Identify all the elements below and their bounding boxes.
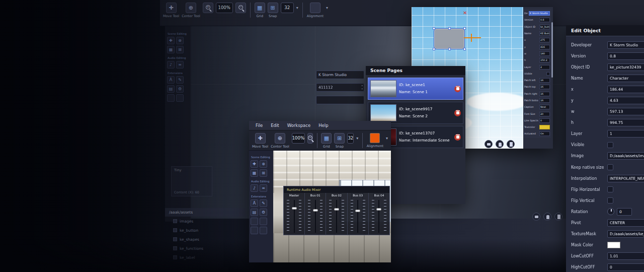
slider-knob[interactable]	[313, 209, 318, 212]
prop-value-field[interactable]: ke_button98	[539, 25, 550, 29]
asset-path-breadcrumb[interactable]: /aaak/assets	[165, 208, 246, 217]
scene-list-item[interactable]: ID: ke_scene1 Name: Scene 1	[368, 78, 463, 100]
prop-value-field[interactable]: 16	[539, 78, 550, 83]
slider-knob[interactable]	[334, 208, 339, 211]
resize-handle[interactable]	[433, 27, 435, 30]
grid-icon[interactable]: ▦	[251, 169, 258, 177]
name-field[interactable]: Character	[607, 75, 644, 82]
zoom-out-button[interactable]: −	[235, 3, 246, 13]
table-icon[interactable]: ▤	[251, 209, 258, 216]
menu-workspace[interactable]: Workspace	[284, 122, 314, 129]
volume-slider[interactable]	[294, 200, 295, 233]
prop-value-field[interactable]: 16	[539, 92, 550, 96]
asset-item-images[interactable]: images	[165, 217, 246, 226]
snap-icon[interactable]: ⊞	[260, 169, 267, 177]
image-path-field[interactable]: D:/aaak/assets/image	[607, 152, 644, 160]
prop-value-field[interactable]: 0	[539, 118, 550, 123]
extension-icon[interactable]	[260, 227, 267, 234]
rotation-value-field[interactable]: 0	[617, 208, 632, 216]
prop-value-field[interactable]: Next	[539, 105, 550, 109]
snap-icon[interactable]: ⊞	[176, 46, 184, 53]
grid-toggle-button[interactable]: ▦	[321, 133, 332, 144]
move-tool-icon[interactable]: ✚	[251, 160, 258, 168]
volume-slider[interactable]	[378, 200, 379, 233]
zoom-in-button[interactable]: +	[203, 3, 213, 13]
move-tool-icon[interactable]: ✚	[167, 37, 175, 44]
zoom-level[interactable]: 100%	[216, 3, 233, 13]
move-tool-button[interactable]: ✚	[166, 3, 177, 13]
extension-icon[interactable]	[251, 218, 258, 225]
lowcutoff-field[interactable]: 1.01	[607, 252, 644, 260]
chevron-down-icon[interactable]: ▾	[296, 3, 298, 13]
prop-value-field[interactable]: 2	[539, 65, 550, 70]
center-tool-icon[interactable]: ⊕	[260, 160, 267, 168]
resize-handle[interactable]	[433, 48, 435, 50]
keep-native-size-checkbox[interactable]	[607, 164, 613, 170]
prop-value-field[interactable]: 16	[539, 85, 550, 89]
speaker-icon[interactable]: ♪	[251, 184, 258, 192]
delete-scene-button[interactable]	[454, 110, 461, 116]
prop-value-field[interactable]: 140	[539, 51, 550, 56]
slider-knob[interactable]	[355, 210, 360, 212]
text-tool-icon[interactable]: A	[251, 199, 258, 207]
volume-slider[interactable]	[315, 200, 316, 233]
new-page-icon[interactable]	[554, 213, 562, 221]
prop-value-field[interactable]: 416	[539, 45, 550, 49]
menu-edit[interactable]: Edit	[267, 122, 282, 129]
menu-help[interactable]: Help	[315, 122, 332, 129]
pivot-select[interactable]: CENTER	[607, 219, 644, 227]
camera-icon[interactable]	[485, 140, 493, 148]
chevron-down-icon[interactable]: ▾	[326, 3, 328, 13]
prop-value-field[interactable]: 150.2	[539, 58, 550, 62]
snap-size-select[interactable]: 32	[281, 3, 294, 13]
grid-icon[interactable]: ▦	[167, 46, 175, 53]
extension-icon[interactable]	[167, 94, 175, 102]
prop-value-field[interactable]: 0.8	[539, 18, 550, 22]
close-icon[interactable]: ✕	[463, 10, 467, 16]
asset-item-ke-shapes[interactable]: ke_shapes	[165, 235, 246, 244]
resize-handle[interactable]	[463, 27, 466, 30]
delete-scene-button[interactable]	[454, 86, 461, 92]
text-tool-icon[interactable]: A	[167, 76, 175, 84]
delete-scene-button[interactable]	[454, 134, 461, 141]
table-icon[interactable]: ▤	[167, 85, 175, 93]
resize-handle[interactable]	[448, 48, 451, 50]
texture-mask-field[interactable]: D:/aaak/assets/ke_pic	[607, 230, 644, 238]
asset-item-ke-label[interactable]: ke_label	[165, 253, 246, 262]
zoom-out-button[interactable]: −	[307, 133, 313, 144]
selected-object[interactable]	[434, 28, 465, 49]
flip-horizontal-checkbox[interactable]	[607, 186, 613, 192]
scrollbar[interactable]	[551, 22, 553, 78]
move-tool-button[interactable]: ✚	[255, 133, 266, 144]
snap-toggle-button[interactable]: ⊞	[268, 3, 278, 13]
slider-knob[interactable]	[292, 207, 297, 210]
alignment-button[interactable]	[310, 3, 320, 13]
slider-knob[interactable]	[376, 208, 381, 211]
rotation-knob[interactable]	[607, 208, 614, 215]
asset-item-ke-functions[interactable]: ke_functions	[165, 244, 246, 253]
prop-value-field[interactable]: K Storm Studio	[529, 11, 550, 16]
camera-icon[interactable]	[532, 213, 540, 221]
textcolor-swatch[interactable]	[539, 125, 550, 129]
resize-handle[interactable]	[448, 27, 451, 30]
mixer-icon[interactable]: ≡	[260, 184, 267, 192]
center-tool-button[interactable]: ⊕	[275, 133, 285, 144]
chevron-down-icon[interactable]: ▾	[386, 133, 388, 144]
hand-icon[interactable]	[543, 213, 551, 221]
flip-vertical-checkbox[interactable]	[607, 197, 613, 203]
hand-icon[interactable]	[496, 140, 504, 148]
extension-icon[interactable]	[176, 94, 184, 102]
center-tool-button[interactable]: ⊕	[186, 3, 196, 13]
prop-value-field[interactable]: KE Button	[539, 31, 550, 36]
empty-field[interactable]	[316, 96, 364, 104]
visible-checkbox[interactable]	[607, 142, 613, 148]
chevron-down-icon[interactable]: ▾	[356, 133, 358, 144]
snap-size-select[interactable]: 32	[347, 133, 354, 144]
prop-value-field[interactable]: On	[539, 131, 550, 136]
zoom-level[interactable]: 100%	[292, 133, 305, 144]
snap-toggle-button[interactable]: ⊞	[334, 133, 345, 144]
version-field[interactable]: 0.8	[607, 52, 644, 60]
prop-value-field[interactable]: 20	[539, 112, 550, 116]
w-field[interactable]: 597.13	[607, 108, 644, 115]
gear-icon[interactable]: ⚙	[260, 209, 267, 216]
